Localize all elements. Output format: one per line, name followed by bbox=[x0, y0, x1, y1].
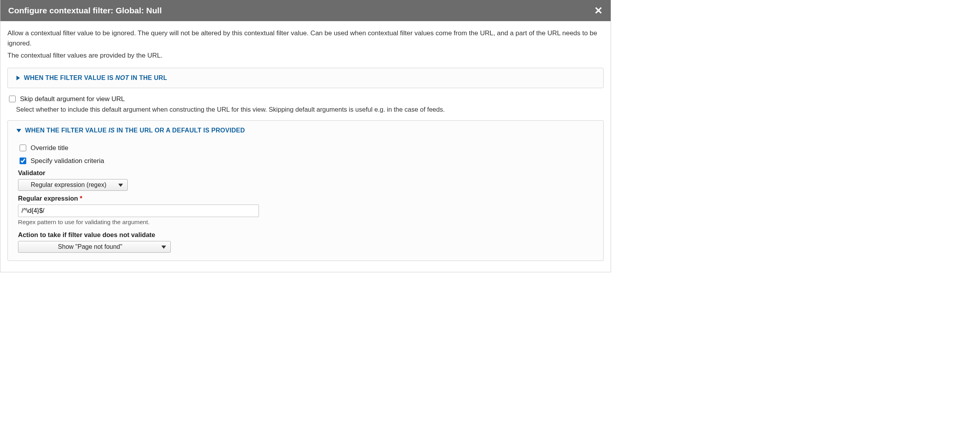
fieldset-not-in-url: WHEN THE FILTER VALUE IS NOT IN THE URL bbox=[7, 68, 604, 88]
action-invalid-select-wrap: Show "Page not found" bbox=[18, 241, 171, 253]
override-title-checkbox[interactable] bbox=[20, 145, 26, 151]
title-part: WHEN THE FILTER VALUE IS bbox=[24, 74, 116, 81]
specify-validation-row: Specify validation criteria bbox=[8, 156, 603, 165]
skip-default-checkbox[interactable] bbox=[9, 96, 16, 102]
title-part: IN THE URL bbox=[129, 74, 167, 81]
validator-select[interactable]: Regular expression (regex) bbox=[18, 179, 128, 191]
skip-default-label: Skip default argument for view URL bbox=[20, 95, 125, 103]
specify-validation-checkbox[interactable] bbox=[20, 158, 26, 164]
modal-dialog: Configure contextual filter: Global: Nul… bbox=[0, 0, 611, 272]
regex-help: Regex pattern to use for validating the … bbox=[18, 219, 603, 226]
validator-label: Validator bbox=[18, 169, 603, 177]
title-part: WHEN THE FILTER VALUE bbox=[25, 127, 108, 134]
required-marker: * bbox=[80, 195, 82, 202]
modal-body: Allow a contextual filter value to be ig… bbox=[0, 21, 611, 272]
chevron-down-icon bbox=[16, 129, 21, 132]
skip-default-help: Select whether to include this default a… bbox=[16, 106, 604, 113]
description-text-2: The contextual filter values are provide… bbox=[7, 51, 604, 61]
title-part: IN THE URL OR A DEFAULT IS PROVIDED bbox=[115, 127, 245, 134]
description-text-1: Allow a contextual filter value to be ig… bbox=[7, 28, 604, 49]
override-title-label: Override title bbox=[31, 144, 68, 152]
validator-group: Validator Regular expression (regex) bbox=[8, 169, 603, 191]
action-invalid-label: Action to take if filter value does not … bbox=[18, 231, 603, 239]
fieldset-in-url-toggle[interactable]: WHEN THE FILTER VALUE IS IN THE URL OR A… bbox=[8, 121, 603, 140]
modal-title: Configure contextual filter: Global: Nul… bbox=[8, 6, 162, 15]
close-icon[interactable]: ✕ bbox=[594, 5, 603, 16]
action-invalid-group: Action to take if filter value does not … bbox=[8, 231, 603, 253]
override-title-row: Override title bbox=[8, 143, 603, 152]
regex-input[interactable] bbox=[18, 205, 259, 217]
title-emph: IS bbox=[108, 127, 115, 134]
fieldset-in-url-title: WHEN THE FILTER VALUE IS IN THE URL OR A… bbox=[25, 127, 245, 134]
regex-group: Regular expression * Regex pattern to us… bbox=[8, 195, 603, 226]
fieldset-not-in-url-toggle[interactable]: WHEN THE FILTER VALUE IS NOT IN THE URL bbox=[8, 68, 603, 88]
validator-select-wrap: Regular expression (regex) bbox=[18, 179, 128, 191]
regex-label: Regular expression * bbox=[18, 195, 603, 202]
title-emph: NOT bbox=[116, 74, 129, 81]
regex-label-text: Regular expression bbox=[18, 195, 78, 202]
modal-header: Configure contextual filter: Global: Nul… bbox=[0, 0, 611, 21]
chevron-right-icon bbox=[16, 76, 20, 80]
fieldset-not-in-url-title: WHEN THE FILTER VALUE IS NOT IN THE URL bbox=[24, 74, 167, 81]
skip-default-row: Skip default argument for view URL bbox=[7, 94, 604, 103]
specify-validation-label: Specify validation criteria bbox=[31, 157, 104, 165]
fieldset-in-url: WHEN THE FILTER VALUE IS IN THE URL OR A… bbox=[7, 120, 604, 261]
action-invalid-select[interactable]: Show "Page not found" bbox=[18, 241, 171, 253]
